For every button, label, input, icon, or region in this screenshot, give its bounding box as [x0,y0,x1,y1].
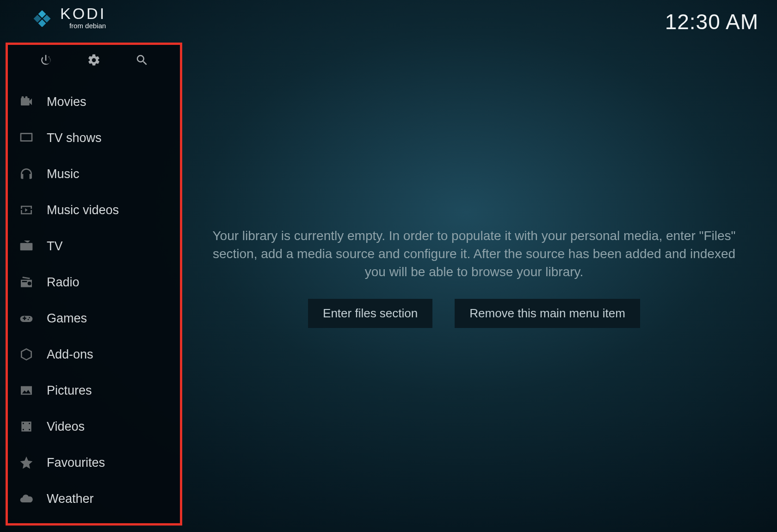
sidebar-item-videos[interactable]: Videos [8,408,180,445]
search-icon [135,53,149,69]
sidebar-item-pictures[interactable]: Pictures [8,372,180,408]
sidebar-item-tvshows[interactable]: TV shows [8,120,180,156]
power-icon [39,53,53,69]
box-icon [18,346,35,363]
sidebar-item-musicvideos[interactable]: Music videos [8,192,180,228]
sidebar-item-label: Videos [47,420,85,434]
sidebar-item-label: Weather [47,492,94,506]
music-note-icon [18,202,35,218]
remove-menu-item-button[interactable]: Remove this main menu item [455,299,640,328]
tv-display-icon [18,130,35,146]
sidebar-item-label: Movies [47,95,86,109]
menu-list: Movies TV shows Music Music videos TV Ra… [8,84,180,517]
header: KODI from debian 12:30 AM [0,5,777,37]
sidebar-item-label: Games [47,311,87,326]
sidebar-item-addons[interactable]: Add-ons [8,336,180,372]
sidebar-item-music[interactable]: Music [8,156,180,192]
enter-files-button[interactable]: Enter files section [308,299,432,328]
power-button[interactable] [38,53,54,69]
empty-library-message: Your library is currently empty. In orde… [199,227,749,281]
radio-icon [18,274,35,291]
sidebar-item-label: Add-ons [47,347,93,362]
gear-icon [87,53,101,69]
clock: 12:30 AM [665,9,758,34]
sidebar-item-label: TV shows [47,131,102,145]
sidebar-item-label: Music [47,167,80,181]
film-strip-icon [18,418,35,435]
search-button[interactable] [134,53,150,69]
gamepad-icon [18,310,35,327]
sidebar-item-label: TV [47,239,63,254]
headphones-icon [18,166,35,182]
kodi-logo-icon [32,7,52,27]
sidebar-item-label: Music videos [47,203,119,217]
sidebar-item-favourites[interactable]: Favourites [8,445,180,481]
star-icon [18,454,35,471]
app-title: KODI [60,5,106,23]
action-button-row: Enter files section Remove this main men… [199,299,749,328]
sidebar-item-label: Pictures [47,384,92,398]
settings-button[interactable] [86,53,102,69]
image-icon [18,382,35,399]
sidebar-item-label: Favourites [47,456,105,470]
movie-camera-icon [18,93,35,110]
sidebar-item-weather[interactable]: Weather [8,481,180,517]
logo-block: KODI from debian [0,5,106,30]
sidebar-item-tv[interactable]: TV [8,228,180,264]
sidebar-item-movies[interactable]: Movies [8,84,180,120]
sidebar-item-games[interactable]: Games [8,300,180,336]
app-subtitle: from debian [60,22,106,30]
toolbar [8,45,180,84]
sidebar: Movies TV shows Music Music videos TV Ra… [6,43,182,526]
sidebar-item-radio[interactable]: Radio [8,264,180,300]
sidebar-item-label: Radio [47,275,80,290]
cloud-icon [18,490,35,507]
tv-antenna-icon [18,238,35,254]
main-content: Your library is currently empty. In orde… [199,227,749,328]
